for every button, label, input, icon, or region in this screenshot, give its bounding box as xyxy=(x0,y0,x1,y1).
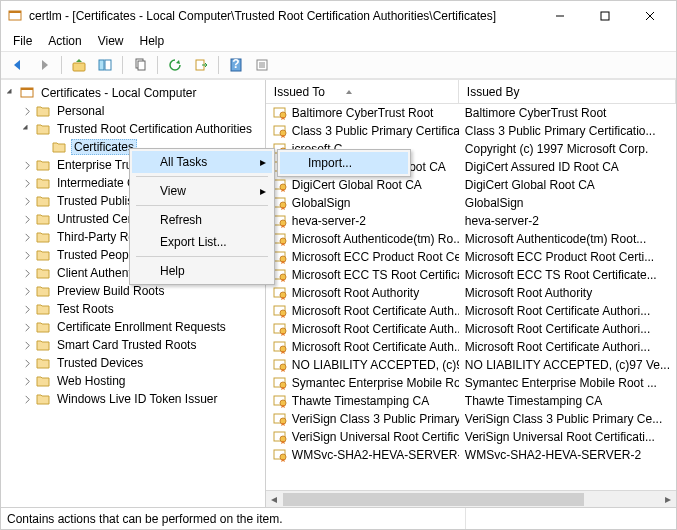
table-row[interactable]: Thawte Timestamping CAThawte Timestampin… xyxy=(266,392,676,410)
menu-action[interactable]: Action xyxy=(40,32,89,50)
table-row[interactable]: Baltimore CyberTrust RootBaltimore Cyber… xyxy=(266,104,676,122)
cell-text: Thawte Timestamping CA xyxy=(465,394,602,408)
minimize-button[interactable] xyxy=(537,2,582,30)
table-row[interactable]: GlobalSignGlobalSign xyxy=(266,194,676,212)
properties-button[interactable] xyxy=(251,54,273,76)
expand-toggle[interactable] xyxy=(19,157,35,173)
table-row[interactable]: VeriSign Class 3 Public Primary ...VeriS… xyxy=(266,410,676,428)
sort-indicator-icon xyxy=(345,85,353,99)
cell-text: Microsoft Root Certificate Authori... xyxy=(465,340,650,354)
expand-toggle[interactable] xyxy=(19,301,35,317)
menu-import[interactable]: Import... xyxy=(280,152,408,174)
column-issued-by[interactable]: Issued By xyxy=(459,80,676,103)
table-row[interactable]: Microsoft Root Certificate Auth...Micros… xyxy=(266,320,676,338)
tree-label: Client Authenti xyxy=(55,266,136,280)
expand-toggle[interactable] xyxy=(19,283,35,299)
table-row[interactable]: Microsoft Root Certificate Auth...Micros… xyxy=(266,338,676,356)
expand-toggle[interactable] xyxy=(19,193,35,209)
menu-all-tasks[interactable]: All Tasks ▸ xyxy=(132,151,272,173)
tree-item[interactable]: Personal xyxy=(1,102,265,120)
toolbar-separator xyxy=(61,56,62,74)
svg-rect-8 xyxy=(105,60,111,70)
submenu-arrow-icon: ▸ xyxy=(260,155,266,169)
expand-toggle[interactable] xyxy=(19,337,35,353)
tree-item[interactable]: Smart Card Trusted Roots xyxy=(1,336,265,354)
table-row[interactable]: NO LIABILITY ACCEPTED, (c)97 ...NO LIABI… xyxy=(266,356,676,374)
certificate-icon xyxy=(272,357,288,373)
table-row[interactable]: VeriSign Universal Root Certific...VeriS… xyxy=(266,428,676,446)
expand-toggle[interactable] xyxy=(19,247,35,263)
result-list: Issued To Issued By Baltimore CyberTrust… xyxy=(266,80,676,507)
table-row[interactable]: Symantec Enterprise Mobile Ro...Symantec… xyxy=(266,374,676,392)
tree-label: Trusted People xyxy=(55,248,140,262)
expand-toggle[interactable] xyxy=(19,355,35,371)
cell-text: WMSvc-SHA2-HEVA-SERVER-2 xyxy=(465,448,641,462)
expand-toggle[interactable] xyxy=(19,175,35,191)
table-row[interactable]: Microsoft ECC Product Root Ce...Microsof… xyxy=(266,248,676,266)
scroll-thumb[interactable] xyxy=(283,493,584,506)
menu-help[interactable]: Help xyxy=(132,32,173,50)
show-hide-tree-button[interactable] xyxy=(94,54,116,76)
table-row[interactable]: heva-server-2heva-server-2 xyxy=(266,212,676,230)
export-button[interactable] xyxy=(190,54,212,76)
toolbar-separator xyxy=(157,56,158,74)
table-row[interactable]: WMSvc-SHA2-HEVA-SERVER-2WMSvc-SHA2-HEVA-… xyxy=(266,446,676,464)
svg-text:?: ? xyxy=(232,57,239,71)
expand-toggle[interactable] xyxy=(19,391,35,407)
status-text: Contains actions that can be performed o… xyxy=(7,512,465,526)
tree-item[interactable]: Windows Live ID Token Issuer xyxy=(1,390,265,408)
scope-tree[interactable]: Certificates - Local Computer PersonalTr… xyxy=(1,80,266,507)
expand-toggle[interactable] xyxy=(19,121,35,137)
scroll-right-icon[interactable]: ▸ xyxy=(659,491,676,508)
folder-icon xyxy=(35,103,51,119)
expand-toggle[interactable] xyxy=(19,265,35,281)
refresh-button[interactable] xyxy=(164,54,186,76)
menu-view[interactable]: View xyxy=(90,32,132,50)
menu-export-list[interactable]: Export List... xyxy=(132,231,272,253)
forward-button[interactable] xyxy=(33,54,55,76)
up-button[interactable] xyxy=(68,54,90,76)
menu-help[interactable]: Help xyxy=(132,260,272,282)
horizontal-scrollbar[interactable]: ◂ ▸ xyxy=(266,490,676,507)
tree-item[interactable]: Trusted Root Certification Authorities xyxy=(1,120,265,138)
scroll-left-icon[interactable]: ◂ xyxy=(266,491,283,508)
back-button[interactable] xyxy=(7,54,29,76)
tree-root[interactable]: Certificates - Local Computer xyxy=(1,84,265,102)
expand-toggle[interactable] xyxy=(19,319,35,335)
column-issued-to[interactable]: Issued To xyxy=(266,80,459,103)
expand-toggle[interactable] xyxy=(19,211,35,227)
expand-toggle[interactable] xyxy=(19,229,35,245)
maximize-button[interactable] xyxy=(582,2,627,30)
table-row[interactable]: Microsoft Authenticode(tm) Ro...Microsof… xyxy=(266,230,676,248)
table-row[interactable]: Microsoft Root AuthorityMicrosoft Root A… xyxy=(266,284,676,302)
cell-issued-by: Microsoft Root Certificate Authori... xyxy=(459,340,676,354)
cell-text: Microsoft Root Certificate Auth... xyxy=(292,340,459,354)
menu-file[interactable]: File xyxy=(5,32,40,50)
menu-refresh[interactable]: Refresh xyxy=(132,209,272,231)
table-row[interactable]: Class 3 Public Primary Certificat...Clas… xyxy=(266,122,676,140)
table-row[interactable]: DigiCert Global Root CADigiCert Global R… xyxy=(266,176,676,194)
scroll-track[interactable] xyxy=(283,491,659,507)
expand-toggle[interactable] xyxy=(19,373,35,389)
tree-item[interactable]: Test Roots xyxy=(1,300,265,318)
close-button[interactable] xyxy=(627,2,672,30)
tree-item[interactable]: Web Hosting xyxy=(1,372,265,390)
cell-issued-by: Microsoft Root Authority xyxy=(459,286,676,300)
cell-text: Symantec Enterprise Mobile Root ... xyxy=(465,376,657,390)
status-bar: Contains actions that can be performed o… xyxy=(1,507,676,529)
expand-toggle[interactable] xyxy=(19,103,35,119)
table-row[interactable]: Microsoft ECC TS Root Certifica...Micros… xyxy=(266,266,676,284)
menu-view[interactable]: View ▸ xyxy=(132,180,272,202)
cell-issued-by: Microsoft ECC TS Root Certificate... xyxy=(459,268,676,282)
tree-label: Certificates xyxy=(71,139,137,155)
expand-toggle[interactable] xyxy=(3,85,19,101)
cell-text: Microsoft ECC Product Root Certi... xyxy=(465,250,654,264)
cell-text: DigiCert Global Root CA xyxy=(292,178,422,192)
tree-item[interactable]: Trusted Devices xyxy=(1,354,265,372)
cell-issued-to: heva-server-2 xyxy=(266,213,459,229)
folder-icon xyxy=(35,175,51,191)
copy-button[interactable] xyxy=(129,54,151,76)
tree-item[interactable]: Certificate Enrollment Requests xyxy=(1,318,265,336)
help-button[interactable]: ? xyxy=(225,54,247,76)
table-row[interactable]: Microsoft Root Certificate Auth...Micros… xyxy=(266,302,676,320)
